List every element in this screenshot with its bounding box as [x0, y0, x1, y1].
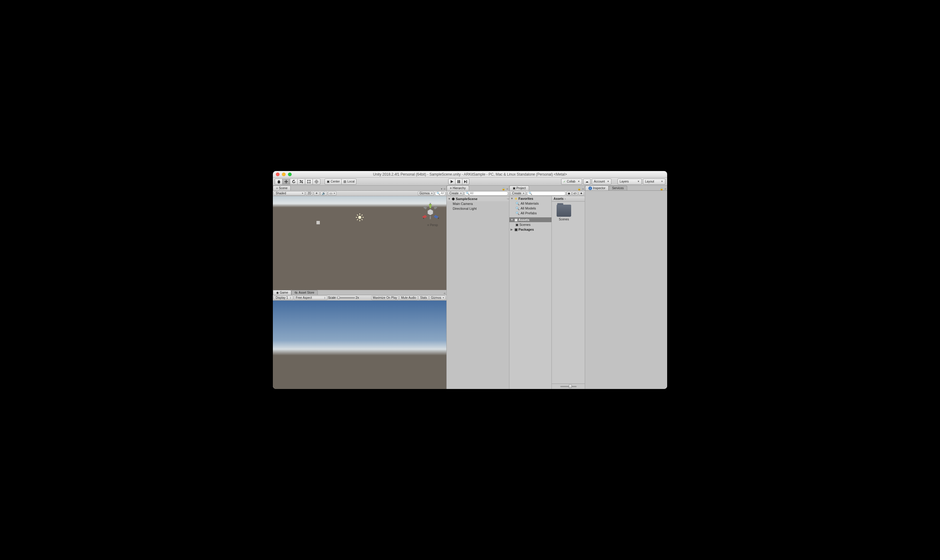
chevron-right-icon: ▶	[510, 228, 514, 231]
svg-point-4	[310, 182, 311, 183]
local-icon: ▧	[343, 180, 346, 183]
pause-button[interactable]	[455, 178, 462, 185]
viewport-column: ⌗ Scene ▾ ·≡ Shaded▾ 2D ☀ 🔊 ▭▾ Gizmos▾ 🔍…	[273, 186, 447, 389]
project-breadcrumb[interactable]: Assets›	[552, 196, 585, 202]
rect-tool-button[interactable]	[305, 178, 313, 185]
2d-toggle[interactable]: 2D	[306, 191, 313, 195]
stats-toggle[interactable]: Stats	[419, 296, 428, 300]
directional-light-gizmo[interactable]	[356, 213, 364, 222]
asset-folder-scenes[interactable]: Scenes	[555, 205, 573, 221]
favorite-item[interactable]: 🔍All Models	[509, 206, 552, 211]
camera-gizmo[interactable]: ▦	[316, 220, 320, 225]
project-folder-tree: ▼ ★ Favorites 🔍All Materials 🔍All Models…	[509, 196, 552, 389]
lighting-toggle[interactable]: ☀	[314, 191, 319, 195]
game-viewport[interactable]	[273, 301, 446, 389]
scene-search[interactable]: 🔍All	[435, 191, 445, 195]
hierarchy-panel-options[interactable]: 🔒 ·≡	[502, 188, 508, 191]
account-button[interactable]: Account▼	[592, 178, 612, 185]
shading-mode-dropdown[interactable]: Shaded▾	[274, 191, 305, 195]
svg-line-14	[357, 215, 358, 215]
project-create-dropdown[interactable]: Create▾	[510, 191, 526, 195]
unity-editor-window: Unity 2018.2.4f1 Personal (64bit) - Samp…	[273, 171, 667, 389]
svg-point-9	[358, 216, 361, 219]
filter-by-label-button[interactable]: 🏷	[572, 191, 578, 195]
assets-root[interactable]: ▼ ▣ Assets	[509, 217, 552, 222]
space-mode-button[interactable]: ▧Local	[341, 178, 356, 185]
hierarchy-scene-row[interactable]: ▼ ⬢ SampleScene ·≡	[447, 197, 509, 201]
svg-line-15	[362, 219, 362, 220]
scene-icon: ⌗	[276, 186, 278, 190]
effects-dropdown[interactable]: ▭▾	[328, 191, 336, 195]
folder-icon: ▣	[513, 186, 515, 190]
maximize-window-button[interactable]	[288, 172, 292, 176]
game-toolbar: Display 1‡ Free Aspect‡ Scale 2x Maximiz…	[273, 295, 446, 301]
step-button[interactable]	[462, 178, 469, 185]
tab-services[interactable]: Services	[609, 186, 627, 191]
scene-panel-options[interactable]: ▾ ·≡	[441, 188, 445, 191]
display-dropdown[interactable]: Display 1‡	[274, 296, 293, 300]
folder-icon	[556, 205, 571, 217]
asset-grid[interactable]: Scenes	[552, 202, 585, 383]
tab-game[interactable]: ◉Game	[273, 290, 291, 295]
scale-tool-button[interactable]	[297, 178, 305, 185]
play-controls	[448, 178, 469, 185]
favorite-item[interactable]: 🔍All Materials	[509, 201, 552, 206]
hierarchy-search[interactable]: 🔍All	[464, 191, 508, 195]
check-icon: ✓	[563, 180, 566, 183]
minimize-window-button[interactable]	[282, 172, 285, 176]
collab-button[interactable]: ✓Collab▼	[561, 178, 582, 185]
scene-options-icon[interactable]: ·≡	[507, 197, 509, 200]
svg-line-17	[357, 219, 358, 220]
gizmos-dropdown[interactable]: Gizmos▾	[418, 191, 434, 195]
orientation-gizmo[interactable]: x z y	[420, 202, 441, 223]
hierarchy-item-light[interactable]: Directional Light	[447, 206, 509, 211]
game-panel-options[interactable]: ·≡	[443, 292, 445, 295]
hierarchy-item-camera[interactable]: Main Camera	[447, 201, 509, 206]
maximize-on-play-toggle[interactable]: Maximize On Play	[371, 296, 399, 300]
svg-marker-24	[423, 206, 427, 209]
project-panel-options[interactable]: 🔒 ·≡	[578, 188, 584, 191]
perspective-label[interactable]: ≡ Persp	[427, 223, 438, 227]
tab-scene[interactable]: ⌗ Scene	[273, 186, 291, 191]
game-gizmos-dropdown[interactable]: Gizmos▾	[430, 296, 445, 300]
inspector-panel-options[interactable]: 🔒 ·≡	[660, 188, 666, 191]
move-tool-button[interactable]	[282, 178, 290, 185]
save-search-button[interactable]: ★	[579, 191, 584, 195]
hand-tool-button[interactable]	[275, 178, 282, 185]
search-icon: 🔍	[515, 211, 520, 215]
pivot-mode-button[interactable]: ▣Center	[325, 178, 342, 185]
hierarchy-tree: ▼ ⬢ SampleScene ·≡ Main Camera Direction…	[447, 196, 509, 389]
project-assets-area: Assets› Scenes	[552, 196, 585, 389]
rotate-tool-button[interactable]	[290, 178, 298, 185]
search-icon: 🔍	[436, 192, 440, 195]
aspect-dropdown[interactable]: Free Aspect‡	[294, 296, 327, 300]
mute-audio-toggle[interactable]: Mute Audio	[399, 296, 418, 300]
scene-viewport[interactable]: ▦ x z y ≡ Persp	[273, 196, 446, 290]
favorites-header[interactable]: ▼ ★ Favorites	[509, 196, 552, 201]
packages-root[interactable]: ▶ ▣ Packages	[509, 227, 552, 232]
tab-project[interactable]: ▣Project	[509, 186, 529, 191]
grid-size-slider-row	[552, 383, 585, 389]
layers-button[interactable]: Layers▼	[618, 178, 642, 185]
hierarchy-create-dropdown[interactable]: Create▾	[448, 191, 463, 195]
search-icon: 🔍	[529, 192, 532, 195]
scale-label: Scale	[328, 296, 336, 299]
transform-tool-button[interactable]	[313, 178, 321, 185]
project-search[interactable]: 🔍	[527, 191, 566, 195]
filter-by-type-button[interactable]: ◆	[567, 191, 572, 195]
svg-line-16	[362, 215, 362, 215]
close-window-button[interactable]	[276, 172, 279, 176]
grid-size-slider[interactable]	[560, 386, 576, 387]
tab-inspector[interactable]: iInspector	[585, 186, 609, 191]
cloud-button[interactable]: ☁	[583, 178, 590, 185]
audio-toggle[interactable]: 🔊	[321, 191, 327, 195]
scale-slider[interactable]	[337, 297, 355, 298]
tab-hierarchy[interactable]: ≡Hierarchy	[447, 186, 469, 191]
folder-scenes[interactable]: ▣Scenes	[509, 222, 552, 227]
star-icon: ★	[515, 197, 518, 201]
tab-asset-store[interactable]: 🛍Asset Store	[291, 290, 317, 295]
favorite-item[interactable]: 🔍All Prefabs	[509, 211, 552, 215]
layout-button[interactable]: Layout▼	[643, 178, 665, 185]
play-button[interactable]	[448, 178, 455, 185]
svg-point-1	[307, 180, 308, 181]
